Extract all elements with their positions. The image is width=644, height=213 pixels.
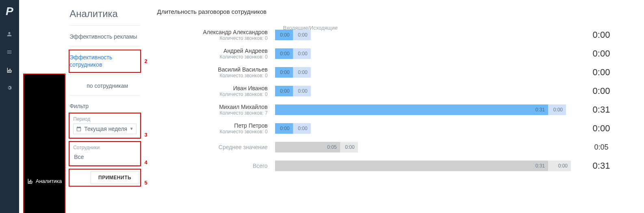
bar-segment-outgoing: 0:00 — [293, 48, 311, 59]
row-name: Михаил Михайлов — [157, 104, 268, 110]
apply-button[interactable]: ПРИМЕНИТЬ — [91, 171, 139, 184]
row-total: 0:00 — [571, 86, 632, 96]
bar-segment-incoming: 0:00 — [275, 30, 293, 40]
bar: 0:000:00 — [275, 48, 571, 59]
row-name: Петр Петров — [157, 122, 268, 129]
employees-label: Сотрудники — [73, 145, 136, 150]
bar-segment-outgoing: 0:00 — [293, 30, 311, 40]
row-name: Иван Иванов — [157, 85, 268, 91]
row-sub: Количесто звонков: 0 — [157, 91, 268, 97]
employee-row: Иван ИвановКоличесто звонков: 00:000:000… — [157, 82, 632, 100]
main-content: Длительность разговоров сотрудников Вход… — [145, 0, 644, 213]
period-select[interactable]: Текущая неделя ▼ — [73, 124, 136, 134]
row-sub: Количесто звонков: 0 — [157, 73, 268, 78]
bar: 0:310:00 — [275, 161, 571, 171]
row-sub: Количесто звонков: 0 — [157, 54, 268, 60]
row-name: Александр Александров — [157, 29, 268, 35]
divider — [69, 46, 140, 46]
row-total: 0:00 — [571, 67, 632, 78]
bar: 0:000:00 — [275, 86, 571, 96]
annotation-5: 5 — [144, 180, 147, 186]
settings-icon[interactable] — [6, 85, 13, 91]
sidebar-item-employee-efficiency[interactable]: Эффективность сотрудников — [69, 50, 140, 72]
bar: 0:050:00 — [275, 142, 571, 152]
bar-segment-incoming: 0:00 — [275, 123, 293, 134]
employees-value[interactable]: Все — [73, 152, 136, 162]
employees-field: Сотрудники Все — [69, 142, 140, 165]
chart: Входящие/Исходящие Александр Александров… — [157, 26, 632, 175]
employee-row: Александр АлександровКоличесто звонков: … — [157, 26, 632, 44]
row-name: Василий Васильев — [157, 66, 268, 73]
row-total: 0:05 — [571, 143, 632, 152]
row-sub: Количесто звонков: 7 — [157, 110, 268, 116]
summary-row: Среднее значение0:050:000:05 — [157, 138, 632, 156]
bar-segment-incoming: 0:05 — [275, 142, 340, 152]
row-name: Всего — [157, 163, 268, 169]
calendar-icon — [76, 126, 82, 132]
bar-chart-icon — [27, 178, 33, 184]
row-total: 0:31 — [571, 104, 632, 115]
chevron-down-icon: ▼ — [130, 126, 134, 131]
bar-segment-incoming: 0:00 — [275, 48, 293, 59]
card-title: Длительность разговоров сотрудников — [157, 8, 632, 15]
divider — [69, 25, 140, 26]
filter-header: Фильтр — [69, 103, 140, 109]
row-total: 0:00 — [571, 48, 632, 59]
divider — [69, 95, 140, 96]
bar-segment-incoming: 0:00 — [275, 86, 293, 96]
bar-segment-incoming: 0:00 — [275, 67, 293, 78]
annotation-4: 4 — [144, 159, 147, 165]
annotation-2: 2 — [144, 58, 147, 64]
bar-segment-incoming: 0:31 — [275, 104, 548, 115]
row-sub: Количесто звонков: 0 — [157, 129, 268, 135]
bar-segment-outgoing: 0:00 — [293, 67, 311, 78]
employee-row: Михаил МихайловКоличесто звонков: 70:310… — [157, 100, 632, 119]
user-icon[interactable] — [6, 31, 13, 37]
sidebar: Аналитика Эффективность рекламы Эффектив… — [60, 0, 145, 213]
analytics-icon[interactable] — [6, 67, 13, 73]
tooltip-label: Аналитика — [36, 178, 62, 184]
logo: P — [6, 5, 13, 18]
bar-segment-outgoing: 0:00 — [293, 86, 311, 96]
row-total: 0:00 — [571, 123, 632, 134]
sidebar-item-by-employee[interactable]: по сотрудникам — [69, 79, 140, 93]
bar: 0:310:00 — [275, 104, 571, 115]
divider — [69, 74, 140, 75]
employee-row: Василий ВасильевКоличесто звонков: 00:00… — [157, 63, 632, 82]
bar-segment-outgoing: 0:00 — [548, 104, 566, 115]
period-label: Период — [73, 116, 136, 122]
page-title: Аналитика — [69, 8, 140, 20]
period-value: Текущая неделя — [84, 126, 127, 132]
row-sub: Количесто звонков: 0 — [157, 35, 268, 41]
bar-segment-outgoing: 0:00 — [293, 123, 311, 134]
sidebar-item-ads-efficiency[interactable]: Эффективность рекламы — [69, 30, 140, 43]
row-name: Среднее значение — [157, 144, 268, 150]
row-name: Андрей Андреев — [157, 48, 268, 54]
annotation-3: 3 — [144, 132, 147, 138]
bar: 0:000:00 — [275, 123, 571, 134]
list-icon[interactable] — [6, 49, 13, 55]
row-total: 0:00 — [571, 30, 632, 40]
summary-row: Всего0:310:000:31 — [157, 156, 632, 175]
row-total: 0:31 — [571, 161, 632, 171]
bar: 0:000:00 — [275, 30, 571, 40]
period-field: Период Текущая неделя ▼ — [69, 113, 140, 138]
bar-segment-outgoing: 0:00 — [548, 161, 571, 171]
bar-segment-incoming: 0:31 — [275, 161, 548, 171]
nav-rail: P — [0, 0, 19, 213]
bar: 0:000:00 — [275, 67, 571, 78]
employee-row: Андрей АндреевКоличесто звонков: 00:000:… — [157, 44, 632, 63]
tooltip-analytics: Аналитика 1 — [24, 74, 65, 213]
employee-row: Петр ПетровКоличесто звонков: 00:000:000… — [157, 119, 632, 138]
bar-segment-outgoing: 0:00 — [340, 142, 358, 152]
